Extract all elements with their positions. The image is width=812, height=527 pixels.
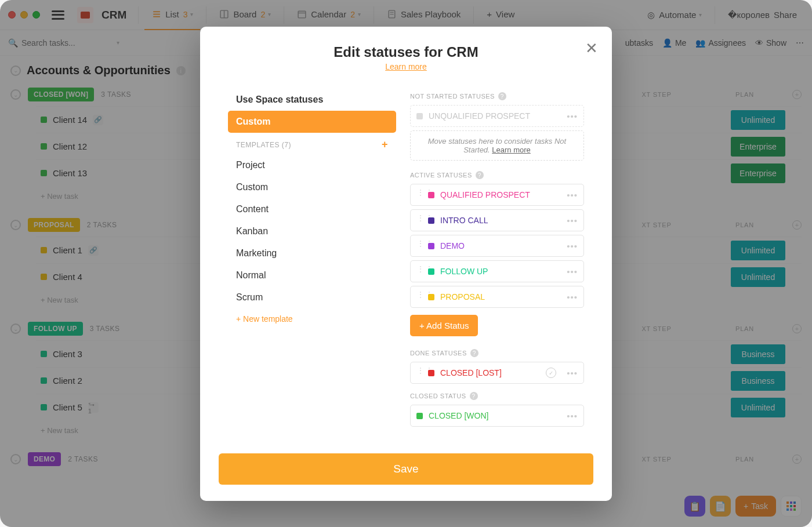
status-item[interactable]: ⋮⋮QUALIFIED PROSPECT••• (410, 184, 584, 206)
not-started-drop-zone[interactable]: Move statuses here to consider tasks Not… (410, 130, 584, 161)
help-icon[interactable]: ? (476, 171, 484, 179)
more-icon[interactable]: ••• (567, 411, 578, 421)
drag-handle-icon[interactable]: ⋮⋮ (416, 190, 422, 199)
check-icon[interactable]: ✓ (546, 368, 556, 378)
status-editor: NOT STARTED STATUSES? UNQUALIFIED PROSPE… (410, 89, 584, 430)
new-template-link[interactable]: + New template (228, 308, 396, 329)
drag-handle-icon[interactable]: ⋮⋮ (416, 368, 422, 377)
template-item[interactable]: Scrum (228, 286, 396, 308)
template-item[interactable]: Normal (228, 264, 396, 286)
more-icon[interactable]: ••• (567, 292, 578, 302)
active-header: ACTIVE STATUSES? (410, 171, 584, 179)
status-label: PROPOSAL (440, 292, 485, 301)
status-color-swatch (428, 268, 434, 275)
status-unqualified[interactable]: UNQUALIFIED PROSPECT ••• (410, 105, 584, 127)
edit-statuses-modal: ✕ Edit statuses for CRM Learn more Use S… (200, 27, 612, 501)
status-source-list: Use Space statuses Custom TEMPLATES (7) … (228, 89, 396, 430)
template-item[interactable]: Marketing (228, 242, 396, 264)
status-color-swatch (428, 370, 434, 376)
template-item[interactable]: Kanban (228, 220, 396, 242)
status-item[interactable]: ⋮⋮DEMO••• (410, 235, 584, 257)
status-color-swatch (416, 113, 423, 119)
learn-more-link[interactable]: Learn more (200, 62, 612, 71)
status-item[interactable]: ⋮⋮PROPOSAL••• (410, 286, 584, 308)
help-icon[interactable]: ? (470, 392, 478, 400)
not-started-header: NOT STARTED STATUSES? (410, 92, 584, 100)
help-icon[interactable]: ? (498, 92, 506, 100)
closed-header: CLOSED STATUS? (410, 392, 584, 400)
add-template-icon[interactable]: + (382, 139, 388, 151)
use-space-statuses[interactable]: Use Space statuses (228, 89, 396, 111)
status-color-swatch (428, 294, 434, 300)
template-item[interactable]: Custom (228, 176, 396, 198)
more-icon[interactable]: ••• (567, 241, 578, 251)
status-label: DEMO (440, 241, 465, 250)
drag-handle-icon[interactable]: ⋮⋮ (416, 241, 422, 250)
more-icon[interactable]: ••• (567, 190, 578, 200)
status-label: INTRO CALL (440, 216, 488, 225)
status-color-swatch (428, 243, 434, 249)
drag-handle-icon[interactable]: ⋮⋮ (416, 216, 422, 225)
status-closed-won[interactable]: CLOSED [WON] ••• (410, 405, 584, 427)
status-label: QUALIFIED PROSPECT (440, 190, 530, 199)
more-icon[interactable]: ••• (567, 368, 578, 378)
status-color-swatch (428, 192, 434, 198)
status-closed-lost[interactable]: ⋮⋮ CLOSED [LOST] ✓ ••• (410, 362, 584, 384)
template-item[interactable]: Content (228, 198, 396, 220)
templates-header: TEMPLATES (7) + (228, 133, 396, 154)
drag-handle-icon[interactable]: ⋮⋮ (416, 292, 422, 301)
status-color-swatch (416, 413, 423, 419)
status-item[interactable]: ⋮⋮INTRO CALL••• (410, 209, 584, 231)
more-icon[interactable]: ••• (567, 267, 578, 277)
modal-title: Edit statuses for CRM (200, 44, 612, 60)
learn-more-link[interactable]: Learn more (492, 146, 530, 154)
drag-handle-icon[interactable]: ⋮⋮ (416, 267, 422, 276)
custom-statuses[interactable]: Custom (228, 111, 396, 133)
close-icon[interactable]: ✕ (585, 39, 598, 57)
more-icon[interactable]: ••• (567, 216, 578, 226)
status-label: FOLLOW UP (440, 267, 488, 276)
save-button[interactable]: Save (219, 453, 593, 485)
help-icon[interactable]: ? (470, 349, 478, 357)
add-status-button[interactable]: + Add Status (410, 315, 478, 336)
done-header: DONE STATUSES? (410, 349, 584, 357)
status-item[interactable]: ⋮⋮FOLLOW UP••• (410, 260, 584, 282)
modal-overlay: ✕ Edit statuses for CRM Learn more Use S… (0, 0, 812, 527)
status-color-swatch (428, 217, 434, 224)
more-icon[interactable]: ••• (567, 111, 578, 121)
template-item[interactable]: Project (228, 154, 396, 176)
